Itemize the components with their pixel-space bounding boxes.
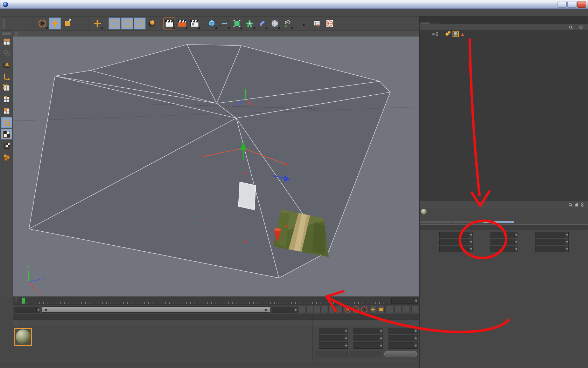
om-menu-segnalibri[interactable]	[453, 27, 458, 28]
scale-y-field[interactable]	[354, 335, 383, 341]
close-button[interactable]	[577, 1, 586, 8]
spinner[interactable]	[379, 342, 383, 349]
live-selection-tool[interactable]: ➤	[36, 18, 48, 29]
spinner[interactable]	[414, 328, 418, 334]
menu-struttura[interactable]	[38, 12, 45, 13]
polygons-mode-button[interactable]	[1, 105, 12, 116]
tab-tag[interactable]	[452, 221, 483, 223]
add-subdivision-surface-button[interactable]	[231, 18, 243, 29]
play-button[interactable]	[321, 306, 328, 313]
key-dot[interactable]	[474, 248, 476, 250]
attr-menu-modifica[interactable]	[430, 204, 436, 205]
om-menu-tag[interactable]	[447, 27, 453, 28]
rh-field[interactable]	[535, 232, 569, 238]
apply-button[interactable]	[384, 351, 417, 357]
scale-tool[interactable]	[62, 18, 74, 29]
spinner[interactable]	[414, 342, 418, 349]
texture-mode-button[interactable]	[1, 129, 12, 139]
toolbar-grip[interactable]	[2, 19, 5, 28]
record-keyframe-button[interactable]	[344, 306, 351, 313]
render-view-button[interactable]	[163, 18, 175, 29]
previous-frame-button[interactable]	[314, 306, 321, 313]
record-pla-toggle[interactable]	[403, 306, 410, 313]
render-visibility-dot[interactable]	[436, 32, 438, 34]
key-dot[interactable]	[519, 241, 521, 243]
snap-settings-button[interactable]	[1, 152, 12, 163]
rot-h-field[interactable]	[388, 328, 418, 334]
range-start-field[interactable]	[14, 307, 40, 313]
range-end-value[interactable]	[272, 307, 294, 313]
spinner[interactable]	[514, 232, 518, 238]
spinner[interactable]	[344, 328, 348, 334]
help-button[interactable]: ➤	[299, 18, 310, 29]
offset-x-field[interactable]	[319, 328, 348, 334]
spinner[interactable]	[469, 239, 473, 245]
lock-y-axis-button[interactable]	[121, 18, 133, 29]
redo-button[interactable]	[19, 18, 31, 29]
add-particles-button[interactable]	[281, 18, 293, 29]
pz-field[interactable]	[439, 246, 473, 252]
record-scale-toggle[interactable]	[378, 306, 385, 313]
object-row-piano[interactable]: ▲	[420, 30, 588, 38]
previous-key-button[interactable]	[306, 306, 313, 313]
points-mode-button[interactable]	[1, 82, 12, 93]
menu-finestre[interactable]	[94, 12, 101, 13]
add-array-button[interactable]	[244, 18, 255, 29]
undo-button[interactable]	[7, 18, 19, 29]
move-tool[interactable]	[49, 18, 61, 29]
range-start-value[interactable]	[14, 307, 36, 313]
key-dot[interactable]	[422, 234, 424, 236]
rot-b-field[interactable]	[388, 342, 418, 349]
toolbar-grip[interactable]	[2, 32, 11, 35]
menu-funzioni[interactable]	[45, 12, 52, 13]
search-icon[interactable]	[568, 203, 573, 207]
spinner[interactable]	[565, 246, 569, 252]
record-position-toggle[interactable]	[369, 306, 376, 313]
py-field[interactable]	[439, 239, 473, 245]
record-rotation-toggle[interactable]	[386, 306, 393, 313]
visibility-toggles[interactable]	[432, 32, 438, 36]
go-to-start-button[interactable]	[299, 306, 306, 313]
selected-polygon[interactable]	[238, 182, 256, 210]
current-frame-field[interactable]	[391, 298, 418, 304]
render-settings-button[interactable]	[176, 18, 188, 29]
menu-strumenti[interactable]	[24, 12, 31, 13]
menu-simulazione[interactable]	[59, 12, 66, 13]
range-end-field[interactable]	[272, 307, 298, 313]
online-help-button[interactable]	[324, 18, 336, 29]
tab-base[interactable]	[420, 221, 451, 223]
key-dot[interactable]	[422, 248, 424, 250]
rb-field[interactable]	[535, 246, 569, 252]
toolbar-grip[interactable]	[29, 363, 32, 367]
customize-commands-button[interactable]: ?	[311, 18, 323, 29]
add-environment-button[interactable]	[269, 18, 281, 29]
sy-field[interactable]	[490, 239, 518, 245]
eye-icon[interactable]	[579, 26, 583, 29]
toolbar-grip[interactable]	[14, 297, 17, 302]
menu-selezione[interactable]	[31, 12, 38, 13]
plane-polygon[interactable]	[29, 45, 390, 278]
key-dot[interactable]	[474, 234, 476, 236]
rot-p-field[interactable]	[388, 335, 418, 341]
material-name[interactable]	[15, 346, 33, 346]
spinner[interactable]	[469, 232, 473, 238]
koordinaten-disabled-button[interactable]	[1, 48, 12, 59]
model-mode-button[interactable]	[1, 59, 12, 70]
viewport[interactable]: Y Z X	[13, 30, 419, 297]
key-dot[interactable]	[474, 241, 476, 243]
phong-tag-icon[interactable]	[446, 31, 451, 37]
attr-menu-modo[interactable]	[425, 204, 430, 205]
toolbar-grip[interactable]	[15, 32, 19, 36]
spinner[interactable]	[379, 335, 383, 341]
add-deformer-button[interactable]	[256, 18, 268, 29]
spinner[interactable]	[514, 246, 518, 252]
add-cube-button[interactable]	[206, 18, 218, 29]
coordinate-section-header[interactable]	[420, 224, 588, 230]
offset-z-field[interactable]	[319, 342, 348, 349]
texture-polygon-mode-button[interactable]	[1, 117, 12, 128]
tab-oggetti[interactable]	[420, 22, 430, 24]
add-spline-button[interactable]	[218, 18, 230, 29]
spinner[interactable]	[294, 307, 298, 313]
keyframe-selection-button[interactable]	[361, 306, 368, 313]
mat-menu-file[interactable]	[18, 323, 24, 323]
